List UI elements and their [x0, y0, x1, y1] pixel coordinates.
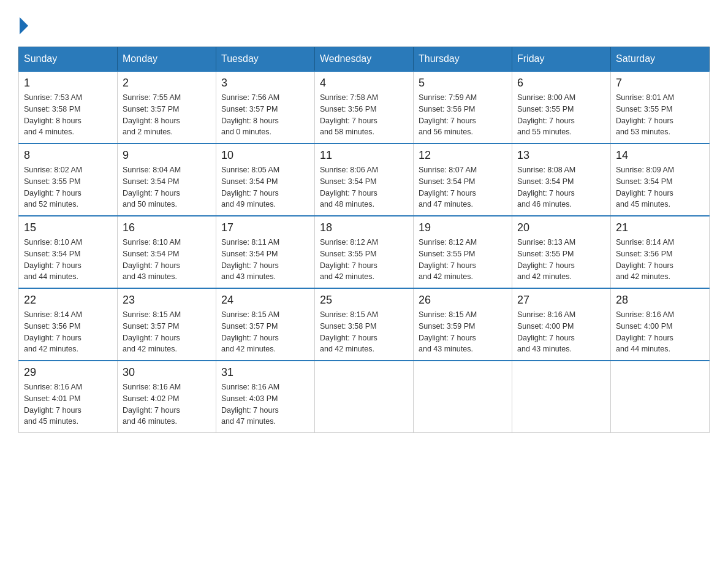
calendar-cell: 14Sunrise: 8:09 AMSunset: 3:54 PMDayligh…: [611, 144, 710, 216]
day-info: Sunrise: 8:16 AMSunset: 4:03 PMDaylight:…: [221, 381, 309, 427]
day-number: 1: [24, 77, 112, 90]
day-info: Sunrise: 8:11 AMSunset: 3:54 PMDaylight:…: [221, 237, 309, 283]
day-number: 19: [419, 221, 507, 234]
day-info: Sunrise: 8:06 AMSunset: 3:54 PMDaylight:…: [320, 164, 408, 210]
calendar-cell: 25Sunrise: 8:15 AMSunset: 3:58 PMDayligh…: [315, 288, 414, 361]
calendar-cell: [611, 361, 710, 433]
calendar-cell: 7Sunrise: 8:01 AMSunset: 3:55 PMDaylight…: [611, 71, 710, 144]
day-number: 2: [123, 77, 211, 90]
calendar-cell: [315, 361, 414, 433]
day-info: Sunrise: 8:15 AMSunset: 3:58 PMDaylight:…: [320, 309, 408, 355]
day-header-thursday: Thursday: [414, 47, 512, 72]
day-number: 30: [123, 366, 211, 379]
calendar-cell: 2Sunrise: 7:55 AMSunset: 3:57 PMDaylight…: [118, 71, 216, 144]
page-header: [18, 12, 710, 34]
day-number: 27: [517, 294, 605, 307]
day-header-friday: Friday: [512, 47, 611, 72]
day-info: Sunrise: 8:12 AMSunset: 3:55 PMDaylight:…: [320, 237, 408, 283]
calendar-cell: 31Sunrise: 8:16 AMSunset: 4:03 PMDayligh…: [216, 361, 315, 433]
calendar-cell: 15Sunrise: 8:10 AMSunset: 3:54 PMDayligh…: [19, 216, 118, 288]
day-number: 26: [419, 294, 507, 307]
week-row-4: 22Sunrise: 8:14 AMSunset: 3:56 PMDayligh…: [19, 288, 710, 361]
day-number: 24: [221, 294, 309, 307]
day-info: Sunrise: 8:04 AMSunset: 3:54 PMDaylight:…: [123, 164, 211, 210]
day-number: 3: [221, 77, 309, 90]
day-header-tuesday: Tuesday: [216, 47, 315, 72]
calendar-cell: 1Sunrise: 7:53 AMSunset: 3:58 PMDaylight…: [19, 71, 118, 144]
calendar-cell: 9Sunrise: 8:04 AMSunset: 3:54 PMDaylight…: [118, 144, 216, 216]
day-info: Sunrise: 8:16 AMSunset: 4:01 PMDaylight:…: [24, 381, 112, 427]
day-info: Sunrise: 8:02 AMSunset: 3:55 PMDaylight:…: [24, 164, 112, 210]
day-number: 23: [123, 294, 211, 307]
calendar-cell: [512, 361, 611, 433]
day-header-monday: Monday: [118, 47, 216, 72]
logo-arrow-icon: [20, 17, 28, 34]
calendar-cell: 26Sunrise: 8:15 AMSunset: 3:59 PMDayligh…: [414, 288, 512, 361]
calendar-cell: 20Sunrise: 8:13 AMSunset: 3:55 PMDayligh…: [512, 216, 611, 288]
calendar-cell: 22Sunrise: 8:14 AMSunset: 3:56 PMDayligh…: [19, 288, 118, 361]
day-number: 5: [419, 77, 507, 90]
calendar-cell: 23Sunrise: 8:15 AMSunset: 3:57 PMDayligh…: [118, 288, 216, 361]
day-info: Sunrise: 7:59 AMSunset: 3:56 PMDaylight:…: [419, 92, 507, 138]
day-number: 20: [517, 221, 605, 234]
day-info: Sunrise: 8:15 AMSunset: 3:59 PMDaylight:…: [419, 309, 507, 355]
calendar-cell: 6Sunrise: 8:00 AMSunset: 3:55 PMDaylight…: [512, 71, 611, 144]
calendar-cell: 21Sunrise: 8:14 AMSunset: 3:56 PMDayligh…: [611, 216, 710, 288]
day-info: Sunrise: 7:56 AMSunset: 3:57 PMDaylight:…: [221, 92, 309, 138]
day-number: 31: [221, 366, 309, 379]
day-info: Sunrise: 8:08 AMSunset: 3:54 PMDaylight:…: [517, 164, 605, 210]
day-info: Sunrise: 8:15 AMSunset: 3:57 PMDaylight:…: [123, 309, 211, 355]
calendar-cell: 4Sunrise: 7:58 AMSunset: 3:56 PMDaylight…: [315, 71, 414, 144]
day-number: 18: [320, 221, 408, 234]
day-header-saturday: Saturday: [611, 47, 710, 72]
day-number: 17: [221, 221, 309, 234]
day-info: Sunrise: 8:10 AMSunset: 3:54 PMDaylight:…: [123, 237, 211, 283]
logo: [18, 18, 28, 34]
calendar-cell: 29Sunrise: 8:16 AMSunset: 4:01 PMDayligh…: [19, 361, 118, 433]
calendar-cell: 5Sunrise: 7:59 AMSunset: 3:56 PMDaylight…: [414, 71, 512, 144]
calendar-cell: 3Sunrise: 7:56 AMSunset: 3:57 PMDaylight…: [216, 71, 315, 144]
day-number: 29: [24, 366, 112, 379]
calendar-cell: 17Sunrise: 8:11 AMSunset: 3:54 PMDayligh…: [216, 216, 315, 288]
calendar-cell: 18Sunrise: 8:12 AMSunset: 3:55 PMDayligh…: [315, 216, 414, 288]
day-info: Sunrise: 8:12 AMSunset: 3:55 PMDaylight:…: [419, 237, 507, 283]
day-info: Sunrise: 7:58 AMSunset: 3:56 PMDaylight:…: [320, 92, 408, 138]
day-number: 16: [123, 221, 211, 234]
calendar-cell: 19Sunrise: 8:12 AMSunset: 3:55 PMDayligh…: [414, 216, 512, 288]
day-number: 8: [24, 149, 112, 162]
calendar-cell: 10Sunrise: 8:05 AMSunset: 3:54 PMDayligh…: [216, 144, 315, 216]
day-number: 21: [616, 221, 704, 234]
day-info: Sunrise: 8:16 AMSunset: 4:00 PMDaylight:…: [517, 309, 605, 355]
day-info: Sunrise: 8:14 AMSunset: 3:56 PMDaylight:…: [24, 309, 112, 355]
day-number: 15: [24, 221, 112, 234]
calendar-cell: 16Sunrise: 8:10 AMSunset: 3:54 PMDayligh…: [118, 216, 216, 288]
week-row-1: 1Sunrise: 7:53 AMSunset: 3:58 PMDaylight…: [19, 71, 710, 144]
day-info: Sunrise: 8:14 AMSunset: 3:56 PMDaylight:…: [616, 237, 704, 283]
week-row-5: 29Sunrise: 8:16 AMSunset: 4:01 PMDayligh…: [19, 361, 710, 433]
day-info: Sunrise: 8:07 AMSunset: 3:54 PMDaylight:…: [419, 164, 507, 210]
day-info: Sunrise: 8:09 AMSunset: 3:54 PMDaylight:…: [616, 164, 704, 210]
day-info: Sunrise: 8:16 AMSunset: 4:00 PMDaylight:…: [616, 309, 704, 355]
day-number: 6: [517, 77, 605, 90]
day-number: 12: [419, 149, 507, 162]
calendar-cell: 27Sunrise: 8:16 AMSunset: 4:00 PMDayligh…: [512, 288, 611, 361]
calendar-cell: [414, 361, 512, 433]
day-info: Sunrise: 8:01 AMSunset: 3:55 PMDaylight:…: [616, 92, 704, 138]
day-number: 10: [221, 149, 309, 162]
day-number: 4: [320, 77, 408, 90]
day-number: 14: [616, 149, 704, 162]
week-row-2: 8Sunrise: 8:02 AMSunset: 3:55 PMDaylight…: [19, 144, 710, 216]
day-number: 22: [24, 294, 112, 307]
day-info: Sunrise: 7:53 AMSunset: 3:58 PMDaylight:…: [24, 92, 112, 138]
day-number: 25: [320, 294, 408, 307]
day-number: 13: [517, 149, 605, 162]
calendar-cell: 24Sunrise: 8:15 AMSunset: 3:57 PMDayligh…: [216, 288, 315, 361]
calendar-cell: 8Sunrise: 8:02 AMSunset: 3:55 PMDaylight…: [19, 144, 118, 216]
week-row-3: 15Sunrise: 8:10 AMSunset: 3:54 PMDayligh…: [19, 216, 710, 288]
day-info: Sunrise: 7:55 AMSunset: 3:57 PMDaylight:…: [123, 92, 211, 138]
day-info: Sunrise: 8:16 AMSunset: 4:02 PMDaylight:…: [123, 381, 211, 427]
day-info: Sunrise: 8:10 AMSunset: 3:54 PMDaylight:…: [24, 237, 112, 283]
day-number: 9: [123, 149, 211, 162]
calendar-cell: 11Sunrise: 8:06 AMSunset: 3:54 PMDayligh…: [315, 144, 414, 216]
day-info: Sunrise: 8:13 AMSunset: 3:55 PMDaylight:…: [517, 237, 605, 283]
